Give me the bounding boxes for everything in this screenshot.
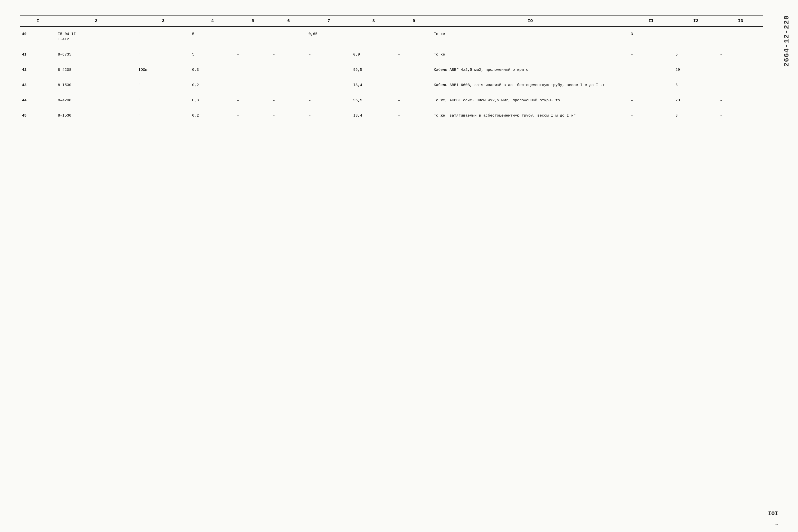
cell-4-5: – — [271, 94, 307, 107]
cell-0-10: 3 — [629, 28, 673, 45]
cell-0-6: 0,65 — [307, 28, 351, 45]
header-col-2: 2 — [56, 15, 136, 26]
watermark: 2664-12-220 — [783, 15, 791, 67]
cell-1-2: " — [136, 49, 190, 61]
cell-3-6: – — [307, 79, 351, 91]
cell-4-2: " — [136, 94, 190, 107]
table-row: 4I8–6735"5–––0,9–To xe–5– — [20, 49, 763, 61]
cell-1-4: – — [235, 49, 271, 61]
cell-4-10: – — [629, 94, 673, 107]
cell-2-8: – — [396, 64, 432, 76]
cell-0-9: To xe — [432, 28, 629, 45]
cell-1-1: 8–6735 — [56, 49, 136, 61]
page-number: IOI — [768, 511, 778, 517]
cell-2-7: 95,5 — [351, 64, 396, 76]
cell-2-3: 0,3 — [190, 64, 235, 76]
cell-0-11: – — [673, 28, 718, 45]
header-col-12: I2 — [673, 15, 718, 26]
cell-2-12: – — [718, 64, 763, 76]
cell-5-7: I3,4 — [351, 110, 396, 122]
cell-1-8: – — [396, 49, 432, 61]
cell-1-0: 4I — [20, 49, 56, 61]
cell-3-8: – — [396, 79, 432, 91]
cell-0-12: – — [718, 28, 763, 45]
cell-4-9: То же, АКВВГ сече- нием 4х2,5 мм2, проло… — [432, 94, 629, 107]
header-col-1: I — [20, 15, 56, 26]
cell-5-11: 3 — [673, 110, 718, 122]
header-col-3: 3 — [136, 15, 190, 26]
cell-5-12: – — [718, 110, 763, 122]
cell-3-3: 0,2 — [190, 79, 235, 91]
cell-0-4: – — [235, 28, 271, 45]
cell-1-5: – — [271, 49, 307, 61]
cell-0-7: – — [351, 28, 396, 45]
cell-3-12: – — [718, 79, 763, 91]
page-number2: ~ — [775, 522, 778, 527]
cell-5-1: 8–I530 — [56, 110, 136, 122]
cell-2-1: 8–4208 — [56, 64, 136, 76]
cell-0-2: " — [136, 28, 190, 45]
cell-1-3: 5 — [190, 49, 235, 61]
header-col-10: IO — [432, 15, 629, 26]
table-row: 438–I530"0,2–––I3,4–Кабель АВBI–660В, за… — [20, 79, 763, 91]
cell-2-10: – — [629, 64, 673, 76]
cell-3-7: I3,4 — [351, 79, 396, 91]
cell-0-1: I5-04-II I-4I2 — [56, 28, 136, 45]
cell-3-2: " — [136, 79, 190, 91]
cell-2-5: – — [271, 64, 307, 76]
cell-5-0: 45 — [20, 110, 56, 122]
cell-1-6: – — [307, 49, 351, 61]
header-col-4: 4 — [190, 15, 235, 26]
cell-3-0: 43 — [20, 79, 56, 91]
cell-3-9: Кабель АВBI–660В, затягиваемый в ас- бес… — [432, 79, 629, 91]
cell-5-8: – — [396, 110, 432, 122]
cell-4-4: – — [235, 94, 271, 107]
table-header: I 2 3 4 5 6 7 8 9 IO II I2 I3 — [20, 15, 763, 26]
cell-3-1: 8–I530 — [56, 79, 136, 91]
cell-2-11: 29 — [673, 64, 718, 76]
cell-2-4: – — [235, 64, 271, 76]
cell-3-11: 3 — [673, 79, 718, 91]
cell-4-0: 44 — [20, 94, 56, 107]
cell-3-5: – — [271, 79, 307, 91]
header-col-7: 7 — [307, 15, 351, 26]
cell-4-11: 29 — [673, 94, 718, 107]
main-table: I 2 3 4 5 6 7 8 9 IO II I2 I3 40I5-04-II… — [20, 15, 763, 123]
cell-1-10: – — [629, 49, 673, 61]
cell-4-1: 8–4208 — [56, 94, 136, 107]
cell-2-0: 42 — [20, 64, 56, 76]
cell-5-2: " — [136, 110, 190, 122]
cell-4-7: 95,5 — [351, 94, 396, 107]
cell-3-4: – — [235, 79, 271, 91]
table-row: 40I5-04-II I-4I2"5––0,65––To xe3–– — [20, 28, 763, 45]
table-row: 428–4208IOOм0,3–––95,5–Кабель АВВГ–4х2,5… — [20, 64, 763, 76]
cell-3-10: – — [629, 79, 673, 91]
table-row: 448–4208"0,3–––95,5–То же, АКВВГ сече- н… — [20, 94, 763, 107]
cell-1-9: To xe — [432, 49, 629, 61]
cell-2-2: IOOм — [136, 64, 190, 76]
cell-1-12: – — [718, 49, 763, 61]
cell-0-0: 40 — [20, 28, 56, 45]
page: 2664-12-220 I 2 3 4 5 6 7 8 9 IO II I2 I… — [0, 0, 798, 532]
cell-4-8: – — [396, 94, 432, 107]
cell-4-6: – — [307, 94, 351, 107]
header-col-13: I3 — [718, 15, 763, 26]
cell-0-3: 5 — [190, 28, 235, 45]
table-row: 458–I530"0,2–––I3,4–То же, затягиваемый … — [20, 110, 763, 122]
header-col-8: 8 — [351, 15, 396, 26]
cell-0-8: – — [396, 28, 432, 45]
header-col-9: 9 — [396, 15, 432, 26]
cell-2-9: Кабель АВВГ–4х2,5 мм2, проложенный откры… — [432, 64, 629, 76]
cell-5-4: – — [235, 110, 271, 122]
cell-5-5: – — [271, 110, 307, 122]
cell-5-6: – — [307, 110, 351, 122]
cell-4-3: 0,3 — [190, 94, 235, 107]
cell-5-10: – — [629, 110, 673, 122]
cell-2-6: – — [307, 64, 351, 76]
cell-1-11: 5 — [673, 49, 718, 61]
cell-1-7: 0,9 — [351, 49, 396, 61]
cell-5-9: То же, затягиваемый в асбестоцементную т… — [432, 110, 629, 122]
header-col-11: II — [629, 15, 673, 26]
cell-0-5: – — [271, 28, 307, 45]
header-col-5: 5 — [235, 15, 271, 26]
